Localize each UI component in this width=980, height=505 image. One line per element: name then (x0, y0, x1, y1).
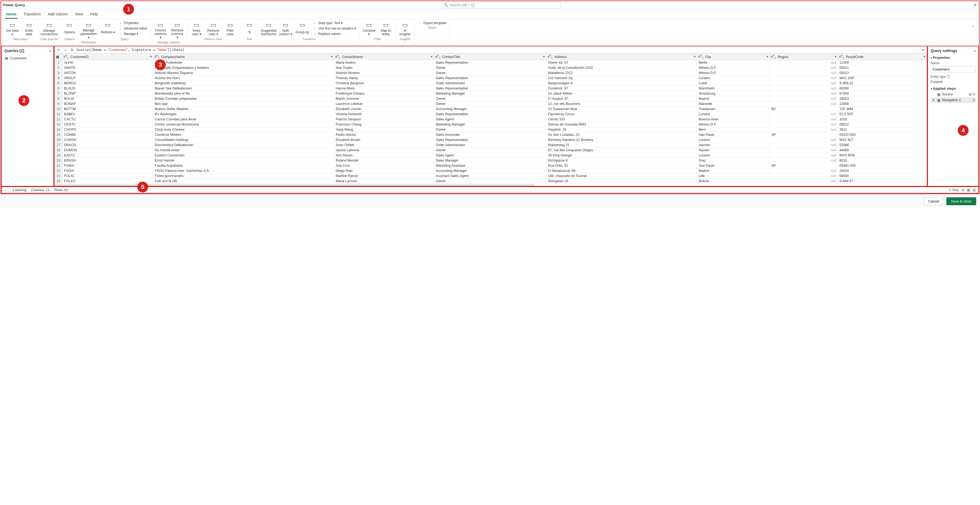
cell[interactable]: null (770, 127, 838, 132)
cell[interactable]: Francisco Chang (334, 122, 434, 127)
row-number[interactable]: 1 (55, 60, 62, 65)
cell[interactable]: Blondesddsl père et fils (153, 91, 334, 96)
cell[interactable]: WX1 6LT (838, 137, 927, 143)
cell[interactable]: SP (770, 163, 838, 168)
cell[interactable]: Owner (434, 96, 546, 102)
cell[interactable]: ANTON (62, 70, 153, 76)
cell[interactable]: null (770, 76, 838, 81)
cell[interactable]: null (770, 117, 838, 122)
cell[interactable]: 1010 (838, 117, 927, 122)
step-link-icon[interactable]: ⎘ (973, 92, 975, 96)
cell[interactable]: Bräcke (697, 179, 770, 184)
cell[interactable]: BOTTM (62, 106, 153, 112)
cell[interactable]: Obere Str. 57 (546, 60, 697, 65)
table-row[interactable]: 20ERNSHErnst HandelRoland MendelSales Ma… (55, 158, 927, 163)
ribbon-button[interactable]: ▫Advanced editor (117, 26, 149, 31)
cell[interactable]: Antonio Moreno (334, 70, 434, 76)
cell[interactable]: Drachenblut Delikatessen (153, 143, 334, 148)
cell[interactable]: Hanna Moos (334, 86, 434, 91)
cell[interactable]: Comércio Mineiro (153, 132, 334, 137)
ribbon-button[interactable]: ▫Data type: Text ▾ (312, 21, 358, 25)
gear-icon[interactable]: ⚙ (969, 92, 972, 97)
ribbon-button[interactable]: ▭Options (62, 21, 77, 37)
cell[interactable]: Sao Paulo (697, 163, 770, 168)
cell[interactable]: BLONP (62, 91, 153, 96)
row-number[interactable]: 22 (55, 168, 62, 173)
cell[interactable]: null (770, 168, 838, 173)
ribbon-button[interactable]: ▭Refresh ▾ (100, 21, 116, 37)
cell[interactable]: null (770, 137, 838, 143)
cell[interactable]: Lille (697, 173, 770, 179)
ribbon-button[interactable]: ▭Map to entity (378, 21, 394, 37)
ribbon-button[interactable]: ▫Use first row as headers ▾ (312, 26, 358, 31)
cell[interactable]: 28034 (838, 168, 927, 173)
ribbon-button[interactable]: ▫Properties (117, 21, 149, 25)
step-tool[interactable]: ⎘ Step (949, 188, 959, 192)
table-row[interactable]: 5BERGSBerglunds snabbköpChristina Berglu… (55, 81, 927, 86)
grid-view-icon[interactable]: ▦ (967, 188, 970, 192)
cell[interactable]: Forsterstr. 57 (546, 86, 697, 91)
search-box[interactable]: 🔍 Search (Alt + Q) (441, 2, 561, 8)
cell[interactable]: Strasbourg (697, 91, 770, 96)
cell[interactable]: 12, rue des Bouchers (546, 102, 697, 106)
filter-icon[interactable]: ▾ (835, 54, 837, 59)
cell[interactable]: Bon app' (153, 102, 334, 106)
cell[interactable]: Sales Representative (434, 76, 546, 81)
cell[interactable]: 05022 (838, 122, 927, 127)
row-number[interactable]: 20 (55, 158, 62, 163)
cell[interactable]: 35 King George (546, 153, 697, 158)
row-number[interactable]: 10 (55, 106, 62, 112)
cell[interactable]: EASTC (62, 153, 153, 158)
cell[interactable]: null (770, 81, 838, 86)
cell[interactable]: Accounting Manager (434, 168, 546, 173)
filter-icon[interactable]: ▾ (924, 54, 926, 59)
cell[interactable]: 44000 (838, 148, 927, 153)
cell[interactable]: Marseille (697, 102, 770, 106)
cell[interactable]: Diego Roel (334, 168, 434, 173)
cell[interactable]: BSBEV (62, 112, 153, 117)
query-item[interactable]: ▦Customers (4, 55, 51, 61)
cell[interactable]: Hauptstr. 29 (546, 127, 697, 132)
cell[interactable]: 24, place Kléber (546, 91, 697, 96)
cell[interactable]: Owner (434, 102, 546, 106)
cell[interactable]: null (770, 112, 838, 117)
column-header[interactable]: ABC City ▾ (697, 53, 770, 60)
cell[interactable]: Luleå (697, 81, 770, 86)
cell[interactable]: 68306 (838, 86, 927, 91)
cell[interactable]: Bottom-Dollar Markets (153, 106, 334, 112)
cell[interactable]: México D.F. (697, 70, 770, 76)
select-all-corner[interactable]: ▦ (55, 53, 62, 60)
table-row[interactable]: 3ANTONAntonio Moreno TaqueríaAntonio Mor… (55, 70, 927, 76)
row-number[interactable]: 23 (55, 173, 62, 179)
cell[interactable]: Sales Representative (434, 137, 546, 143)
cell[interactable]: Sales Associate (434, 132, 546, 137)
table-row[interactable]: 13CENTCCentro comercial MoctezumaFrancis… (55, 122, 927, 127)
ribbon-button[interactable]: ▭Split column ▾ (278, 21, 293, 37)
table-row[interactable]: 19EASTCEastern ConnectionAnn DevonSales … (55, 153, 927, 158)
save-close-button[interactable]: Save & close (947, 197, 976, 205)
table-row[interactable]: 15COMMIComércio MineiroPedro AfonsoSales… (55, 132, 927, 137)
cell[interactable]: 8010 (838, 158, 927, 163)
cancel-formula-icon[interactable]: ✕ (56, 47, 61, 52)
filter-icon[interactable]: ▾ (150, 54, 152, 59)
cell[interactable]: S-844 67 (838, 179, 927, 184)
cell[interactable]: Fauntleroy Circus (546, 112, 697, 117)
cell[interactable]: 52066 (838, 143, 927, 148)
tab-home[interactable]: Home (5, 10, 18, 19)
ribbon-button[interactable]: ▭Get data ▾ (4, 21, 20, 37)
cell[interactable]: null (770, 148, 838, 153)
cell[interactable]: Berlin (697, 60, 770, 65)
cell[interactable]: Alfreds Futterkiste (153, 60, 334, 65)
ribbon-button[interactable]: ▭AI insights (397, 21, 413, 37)
cell[interactable]: Sales Representative (434, 112, 546, 117)
ribbon-button[interactable]: ▫Export template (416, 21, 448, 25)
cell[interactable]: Sao Paulo (697, 132, 770, 137)
cell[interactable]: Owner (434, 127, 546, 132)
cell[interactable]: 13008 (838, 102, 927, 106)
ribbon-button[interactable]: ▭⇅ (242, 21, 258, 37)
cell[interactable]: Tsawassen (697, 106, 770, 112)
cell[interactable]: BLAUS (62, 86, 153, 91)
cell[interactable]: Centro comercial Moctezuma (153, 122, 334, 127)
cell[interactable]: Mataderos 2312 (546, 70, 697, 76)
ribbon-button[interactable]: ▫Manage ▾ (117, 32, 149, 37)
